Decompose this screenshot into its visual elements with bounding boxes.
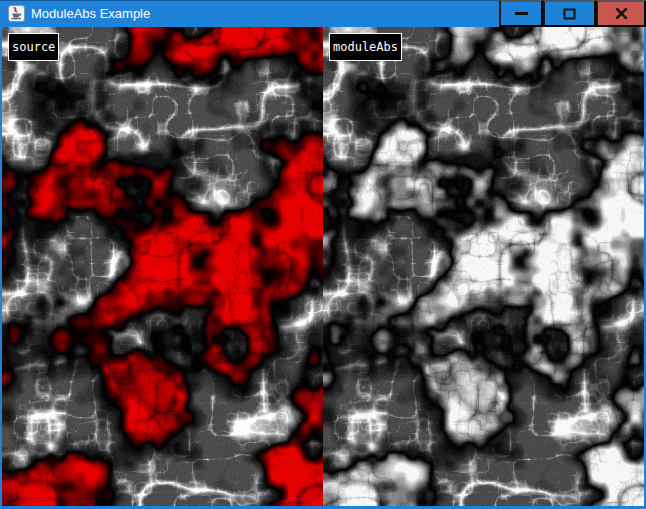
minimize-icon — [515, 12, 528, 15]
moduleabs-panel-label: moduleAbs — [329, 33, 402, 61]
minimize-button[interactable] — [499, 0, 543, 27]
close-button[interactable] — [596, 0, 646, 27]
moduleabs-panel-image — [323, 27, 644, 506]
source-panel-image — [2, 27, 323, 506]
title-bar[interactable]: ModuleAbs Example — [0, 0, 646, 27]
maximize-button[interactable] — [543, 0, 596, 27]
source-panel-label: source — [8, 33, 59, 61]
app-window: ModuleAbs Example source moduleAbs — [0, 0, 646, 509]
window-title: ModuleAbs Example — [31, 0, 150, 27]
close-icon — [615, 7, 628, 20]
maximize-icon — [563, 8, 576, 20]
java-coffee-cup-icon[interactable] — [8, 5, 25, 22]
window-content: source moduleAbs — [0, 27, 646, 509]
window-controls — [499, 0, 646, 27]
